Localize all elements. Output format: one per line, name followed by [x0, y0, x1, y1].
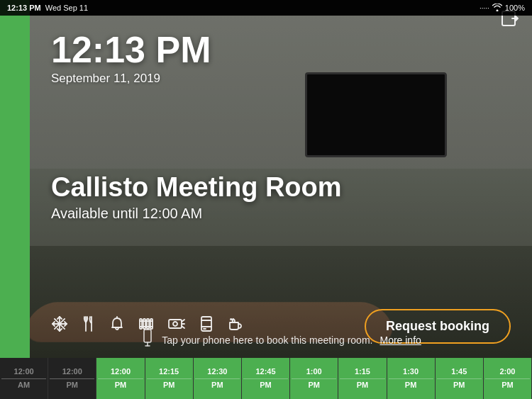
wifi-icon: [492, 4, 502, 13]
svg-point-24: [173, 322, 177, 326]
timeline-slot[interactable]: 2:00PM: [484, 358, 532, 399]
tap-message: Tap your phone here to book this meeting…: [162, 335, 372, 346]
timeline-slot[interactable]: 1:45PM: [436, 358, 484, 399]
main-content: 12:13 PM September 11, 2019 Callisto Mee…: [30, 16, 532, 358]
timeline-slot[interactable]: 1:15PM: [338, 358, 387, 399]
date-display: September 11, 2019: [51, 72, 511, 86]
timeline-slot[interactable]: 12:15PM: [145, 358, 194, 399]
timeline: 12:00AM12:00PM12:00PM12:15PM12:30PM12:45…: [0, 358, 532, 399]
battery-level: 100%: [505, 4, 525, 12]
availability-status: Available until 12:00 AM: [51, 206, 511, 222]
more-info-link[interactable]: More info: [379, 335, 421, 346]
timeline-slot[interactable]: 12:00PM: [96, 358, 145, 399]
time-section: 12:13 PM September 11, 2019: [51, 30, 511, 86]
signal-icon: ·····: [480, 4, 489, 12]
timeline-slot[interactable]: 12:00PM: [48, 358, 96, 399]
status-date: Wed Sep 11: [45, 4, 88, 12]
nfc-icon: [140, 329, 155, 351]
svg-point-16: [116, 317, 118, 318]
status-icons: ····· 100%: [480, 4, 525, 13]
svg-rect-23: [169, 320, 182, 328]
svg-rect-32: [144, 330, 151, 342]
room-section: Callisto Meeting Room Available until 12…: [51, 173, 511, 222]
status-time: 12:13 PM: [7, 4, 41, 12]
timeline-slot[interactable]: 12:00AM: [0, 358, 48, 399]
room-name: Callisto Meeting Room: [51, 173, 511, 203]
status-bar: 12:13 PM Wed Sep 11 ····· 100%: [0, 0, 532, 16]
timeline-slot[interactable]: 1:30PM: [387, 358, 436, 399]
timeline-slot[interactable]: 12:45PM: [242, 358, 290, 399]
tap-info-bar: Tap your phone here to book this meeting…: [30, 329, 532, 351]
availability-indicator: [0, 0, 30, 358]
timeline-slot[interactable]: 1:00PM: [290, 358, 338, 399]
clock-display: 12:13 PM: [51, 30, 511, 70]
timeline-slot[interactable]: 12:30PM: [194, 358, 242, 399]
